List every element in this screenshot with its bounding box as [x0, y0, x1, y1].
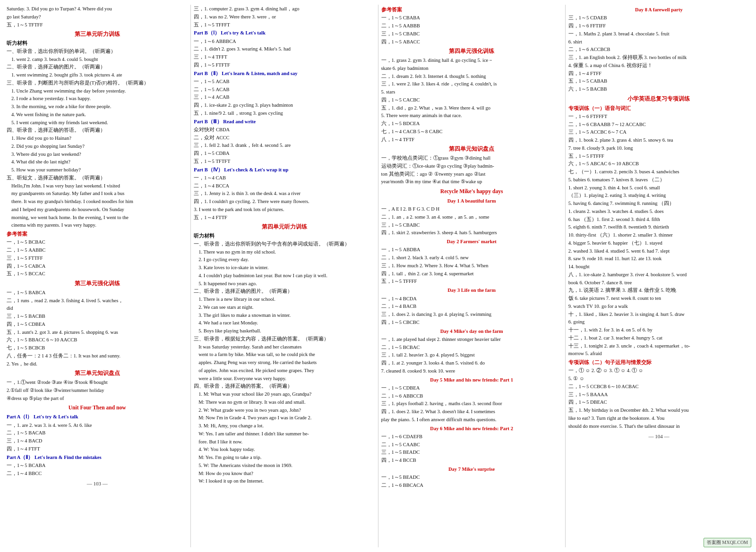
left-page-num: — 103 — — [7, 480, 188, 488]
sp1-26: 十，1. liked，likes 2. heavier 3. is singin… — [568, 311, 749, 318]
pb1-3: 三，1～4 TFFT — [194, 53, 375, 61]
u4s-3: 二，1. dream 2. felt 3. Internet 4. though… — [381, 73, 562, 80]
u4-four-10: 5. W: The Americans visited the moon in … — [194, 462, 375, 469]
pb3-2: 二，众对 ACCC — [194, 134, 375, 142]
part-a1-title: Part A（Ⅰ） Let's try & Let's talk — [7, 413, 188, 421]
sp1-11: （三）1. playing 2. eating 3. studying 4. w… — [568, 192, 749, 199]
review-title: 小学英语总复习专项训练 — [568, 95, 749, 103]
one-label: 一、听录音，选出你所听到的单词。（听两遍） — [7, 48, 188, 55]
col3-ref-title: 参考答案 — [381, 6, 562, 14]
three-item-2: 2. I rode a horse yesterday. I was happy… — [7, 95, 188, 102]
str-4: 三，1～5 BACBB — [7, 313, 188, 320]
sp1-22: book 6. October 7. dance 8. tree — [568, 279, 749, 287]
str-1: 一，1～5 BABCA — [7, 289, 188, 297]
d2-4: 四，1. tall，thin 2. car 3. long 4. superma… — [381, 270, 562, 278]
u4k-1: 一，学校地点类词汇：①grass ②gym ③dining hall — [381, 154, 562, 162]
str-9: 八，任务一：2 1 4 3 任务二：1. It was hot and sunn… — [7, 352, 188, 360]
d4-5: 7. cleaned 8. cooked 9. took 10. were — [381, 367, 562, 375]
pb2-3: 三，1～4 ACAB — [194, 93, 375, 101]
sp1-29: 十二，1. boat 2. car 3. teacher 4. hungry 5… — [568, 334, 749, 342]
u4s-7: 五，1. did，go 2. What，was 3. Were there 4.… — [381, 104, 562, 112]
unit3-strengthen-title: 第三单元强化训练 — [7, 280, 188, 288]
pb3-4: 四，1～5 CDBA — [194, 150, 375, 157]
d5-3: 三，1. plays football 2. having，maths clas… — [381, 400, 562, 408]
u4-two-label: 二、听录音，选择正确的图片。（听两遍） — [194, 288, 375, 295]
four-item-3: 3. Where did you go last weekend? — [7, 151, 188, 158]
str-7: 六，1～5 BBACC 6～10 AACCB — [7, 336, 188, 344]
two-label: 二、听录音，选择正确的图片。（听两遍） — [7, 63, 188, 71]
sp1-24: 饭 6. take pictures 7. next week 8. count… — [568, 295, 749, 302]
ans1-1: 一，1～5 BCBAC — [7, 238, 188, 246]
d2-1: 一，1～5 ABDBA — [381, 246, 562, 254]
d1-4: 四，1. skirt 2. strawberries 3. sheep 4. h… — [381, 229, 562, 237]
know-3: ④dress up ⑤play the part of — [7, 395, 188, 402]
four-item-4: 4. What did she do last night? — [7, 158, 188, 166]
u4-four-3: 2. W: What grade were you in two years a… — [194, 407, 375, 414]
pa1-1: 一，1. are 2. was 3. is 4. were 5. At 6. l… — [7, 422, 188, 429]
sp1-23: 九，1. 说英语 2. 摘苹果 3. 感冒 4. 做作业 5. 吃晚 — [568, 287, 749, 294]
u4-four-8: 4. W: You look happy today. — [194, 446, 375, 453]
pb1-1: 一，1～6 ABBBCA — [194, 38, 375, 45]
watermark: 答案圈 MXQE.COM — [704, 538, 751, 547]
u4-four-label: 四、听录音，选择正确的答案。（听两遍） — [194, 382, 375, 390]
str-6: 五，1. aunt's 2. got 3. ate 4. pictures 5.… — [7, 329, 188, 336]
d8-8: 四，1～4 FTFF — [568, 70, 749, 77]
pb4-2: 二，1～4 BCCA — [194, 182, 375, 190]
pb3-1: 众对快对 CBDA — [194, 126, 375, 134]
u4-four-6: W: Yes. I am taller and thinner. I didn'… — [194, 430, 375, 438]
str-8: 七，1～5 BCBCB — [7, 344, 188, 352]
ans1-2: 二，1～5 AABBC — [7, 246, 188, 254]
unit4-listening-material: 听力材料 — [194, 232, 375, 240]
u4-four-2: M: There was no gym or library. It was o… — [194, 399, 375, 406]
two-item-1: 1. went swimming 2. bought gifts 3. took… — [7, 71, 188, 79]
d2-2: 二，1. short 2. black 3. early 4. cold 5. … — [381, 254, 562, 262]
pb1-4: 四，1～5 FTFTF — [194, 61, 375, 69]
pb1-2: 二，1. didn't 2. goes 3. wearing 4. Mike's… — [194, 45, 375, 53]
d6-3: 三，1～5 BEADC — [381, 449, 562, 456]
three-label: 三、听录音，判断图片与所听内容是(T)否(F)相符。（听两遍） — [7, 79, 188, 87]
pa1-4: 四，1～4 FTFT — [7, 445, 188, 453]
five-text-6: cinema with my parents. I was very happy… — [7, 221, 188, 229]
five-label: 五、听短文，选择正确的答案。（听两遍） — [7, 174, 188, 182]
d6-2: 二，1～5 CAABC — [381, 441, 562, 449]
col3-ans-2: 二，1～5 AABBB — [381, 22, 562, 30]
day1-title: Day 1 A beautiful farm — [381, 197, 562, 205]
d8-1: 三，1～5 CDAEB — [568, 14, 749, 22]
col1-intro-2: go last Saturday? — [7, 13, 188, 21]
d4-4: 四，1. at 2. younger 3. looks 4. than 5. v… — [381, 359, 562, 367]
sp1-2: 二，1～6 CBAABB 7～12 ACCABC — [568, 121, 749, 128]
pb2-1: 一，1～5 ACAB — [194, 78, 375, 85]
unit3-knowledge-title: 第三单元知识盘点 — [7, 369, 188, 378]
d3-4: 四，1～5 CBCBC — [381, 319, 562, 326]
sp1-17: 4. bigger 5. heavier 6. happier （七）1. st… — [568, 239, 749, 247]
sp1-6: 五，1～5 FTFFF — [568, 153, 749, 160]
d6-4: 四，1～4 BCCB — [381, 457, 562, 464]
sp2-3: 二，1～5 CCBCB 6～10 ACBAC — [568, 383, 749, 391]
d8-9: 五，1～5 CABAB — [568, 77, 749, 85]
pb3-5: 五，1～5 TFTFT — [194, 158, 375, 165]
u4-one-3: 3. Kate loves to ice-skate in winter. — [194, 264, 375, 272]
col2-intro-1: 三，1. computer 2. grass 3. gym 4. dining … — [194, 5, 375, 13]
sp1-14: 6. has （五）1. first 2. second 3. third 4.… — [568, 216, 749, 223]
day3-title: Day 3 Life on the farm — [381, 287, 562, 294]
u4k-2: 运动类词汇：①ice-skate ②go cycling ③play badmi… — [381, 162, 562, 170]
u4-three-3: apples. Zhang Peng was very strong. He c… — [194, 359, 375, 366]
sp1-16: 10. thirty-first （六）1. shorter 2. smalle… — [568, 231, 749, 239]
column-1: Saturday. 3. Did you go to Turpan? 4. Wh… — [4, 5, 191, 547]
u4-two-5: 5. Boys like playing basketball. — [194, 327, 375, 335]
str-10: 2. Yes，he did. — [7, 360, 188, 368]
u4-two-2: 2. We can see stars at night. — [194, 304, 375, 311]
know-1: 一，1.①went ②rode ③ate ④ite ⑤took ⑥bought — [7, 379, 188, 386]
part-b1-title: Part B（Ⅰ） Let's try & Let's talk — [194, 29, 375, 37]
u4-four-5: 3. M: Hi, Amy, you change a lot. — [194, 422, 375, 430]
ref-answers-title: 参考答案 — [7, 230, 188, 238]
day7-title: Day 7 Mike's surprise — [381, 466, 562, 473]
col3-ans-4: 四，1～5 ABACC — [381, 38, 562, 46]
four-item-2: 2. Did you go shopping last Sunday? — [7, 143, 188, 150]
sp1-10: 1. short 2. young 3. thin 4. hot 5. cool… — [568, 184, 749, 192]
sp1-28: 十一，1. with 2. for 3. in 4. on 5. of 6. b… — [568, 326, 749, 334]
u4s-10: 七，1～4 CACB 5～8 CABC — [381, 128, 562, 136]
sp1-27: 6. going — [568, 318, 749, 326]
u4-one-4: 4. I couldn't play badminton last year. … — [194, 272, 375, 280]
col3-ans-1: 一，1～5 CBABA — [381, 14, 562, 22]
